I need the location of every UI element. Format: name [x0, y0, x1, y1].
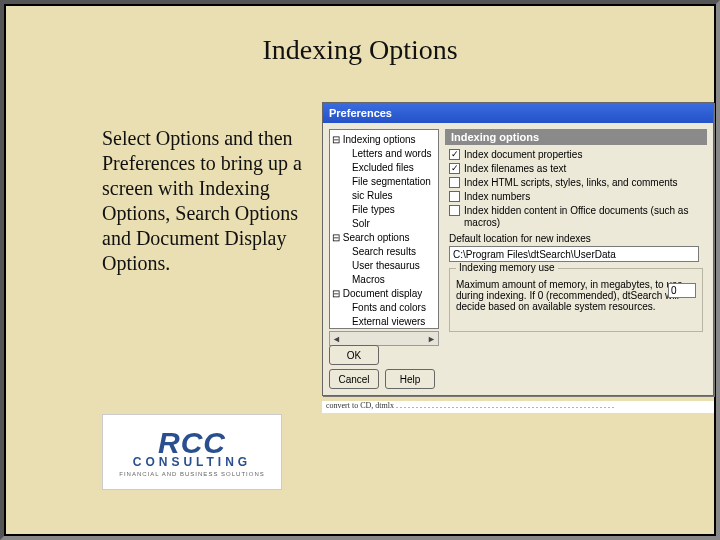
logo: RCC CONSULTING FINANCIAL AND BUSINESS SO…: [102, 414, 282, 490]
chk-filenames[interactable]: ✓: [449, 163, 460, 174]
section-header: Indexing options: [445, 129, 707, 145]
tree-file-segmentation[interactable]: File segmentation: [332, 175, 436, 189]
tree-search-options[interactable]: Search options: [332, 231, 436, 245]
slide-title: Indexing Options: [6, 34, 714, 66]
dialog-title: Preferences: [329, 107, 392, 119]
tree-solr[interactable]: Solr: [332, 217, 436, 231]
tree-horizontal-scrollbar[interactable]: ◄ ►: [329, 331, 439, 346]
scroll-right-icon[interactable]: ►: [427, 334, 436, 344]
dialog-titlebar[interactable]: Preferences: [323, 103, 713, 123]
chk-hidden[interactable]: [449, 205, 460, 216]
tree-file-types[interactable]: File types: [332, 203, 436, 217]
scroll-left-icon[interactable]: ◄: [332, 334, 341, 344]
tree-indexing-options[interactable]: Indexing options: [332, 133, 436, 147]
chk-filenames-row: ✓ Index filenames as text: [445, 163, 707, 177]
default-location-label: Default location for new indexes: [445, 231, 707, 246]
tree-macros[interactable]: Macros: [332, 273, 436, 287]
memory-groupbox: Indexing memory use Maximum amount of me…: [449, 268, 703, 332]
chk-filenames-label: Index filenames as text: [464, 163, 566, 175]
memory-description: Maximum amount of memory, in megabytes, …: [456, 279, 696, 312]
ok-button[interactable]: OK: [329, 345, 379, 365]
chk-html-row: Index HTML scripts, styles, links, and c…: [445, 177, 707, 191]
slide-bg: Indexing Options Select Options and then…: [6, 6, 714, 534]
chk-doc-properties-label: Index document properties: [464, 149, 582, 161]
chk-numbers[interactable]: [449, 191, 460, 202]
button-bar-1: OK: [329, 345, 379, 365]
memory-value-input[interactable]: [668, 283, 696, 298]
cancel-button[interactable]: Cancel: [329, 369, 379, 389]
chk-numbers-row: Index numbers: [445, 191, 707, 205]
slide-body-text: Select Options and then Preferences to b…: [102, 126, 302, 276]
memory-group-legend: Indexing memory use: [456, 262, 558, 273]
chk-html-label: Index HTML scripts, styles, links, and c…: [464, 177, 678, 189]
chk-doc-properties-row: ✓ Index document properties: [445, 149, 707, 163]
chk-doc-properties[interactable]: ✓: [449, 149, 460, 160]
preferences-dialog: Preferences Indexing options Letters and…: [322, 102, 714, 396]
tree-external-viewers[interactable]: External viewers: [332, 315, 436, 329]
options-tree[interactable]: Indexing options Letters and words Exclu…: [329, 129, 439, 329]
right-pane: Indexing options ✓ Index document proper…: [445, 129, 707, 395]
chk-numbers-label: Index numbers: [464, 191, 530, 203]
logo-text-tagline: FINANCIAL AND BUSINESS SOLUTIONS: [119, 471, 264, 477]
tree-user-thesaurus[interactable]: User thesaurus: [332, 259, 436, 273]
slide-frame: Indexing Options Select Options and then…: [0, 0, 720, 540]
tree-fonts-colors[interactable]: Fonts and colors: [332, 301, 436, 315]
tree-letters-words[interactable]: Letters and words: [332, 147, 436, 161]
dialog-body: Indexing options Letters and words Exclu…: [323, 123, 713, 395]
chk-hidden-row: Index hidden content in Office documents…: [445, 205, 707, 231]
chk-html[interactable]: [449, 177, 460, 188]
default-location-input[interactable]: [449, 246, 699, 262]
logo-text-sub: CONSULTING: [133, 456, 251, 468]
button-bar-2: Cancel Help: [329, 369, 435, 389]
tree-excluded-files[interactable]: Excluded files: [332, 161, 436, 175]
footer-strip: convert to CD, dtmlx . . . . . . . . . .…: [322, 401, 714, 413]
tree-search-results[interactable]: Search results: [332, 245, 436, 259]
help-button[interactable]: Help: [385, 369, 435, 389]
tree-sic-rules[interactable]: sic Rules: [332, 189, 436, 203]
chk-hidden-label: Index hidden content in Office documents…: [464, 205, 703, 229]
logo-text-main: RCC: [158, 428, 226, 458]
tree-document-display[interactable]: Document display: [332, 287, 436, 301]
